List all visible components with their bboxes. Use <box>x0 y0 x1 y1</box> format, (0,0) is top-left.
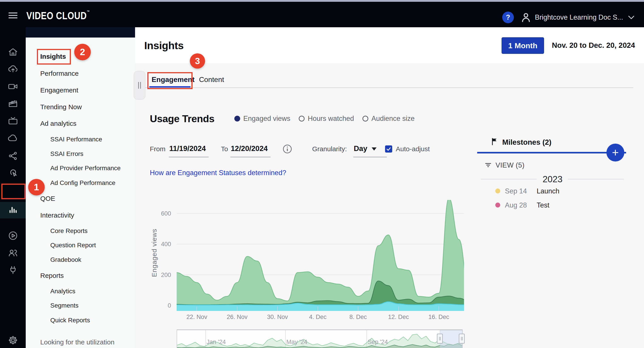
year-line <box>568 179 624 179</box>
sidebar-item-segments[interactable]: Segments <box>50 301 78 310</box>
sidebar-item-ad-analytics[interactable]: Ad analytics <box>40 119 76 128</box>
rail-item-media[interactable] <box>0 96 26 112</box>
play-circle-icon <box>8 230 18 242</box>
usage-trends-chart[interactable] <box>177 200 464 312</box>
checkmark-icon <box>386 146 391 152</box>
x-tick-label: 22. Nov <box>183 314 210 321</box>
hamburger-menu-icon[interactable] <box>8 12 18 19</box>
navigator-label: Sep '24 <box>368 339 388 346</box>
dropdown-caret-icon[interactable] <box>372 148 376 151</box>
sidebar-item-trending-now[interactable]: Trending Now <box>40 103 82 111</box>
sidebar-item-core-reports[interactable]: Core Reports <box>50 226 88 235</box>
sidebar-item-question-report[interactable]: Question Report <box>50 241 96 250</box>
info-icon[interactable] <box>282 144 292 155</box>
rail-item-camera[interactable] <box>0 79 26 95</box>
x-tick-label: 12. Dec <box>385 314 412 321</box>
metric-radio-group: Engaged views Hours watched Audience siz… <box>234 113 414 124</box>
milestone-label[interactable]: Launch <box>537 187 560 195</box>
navigator-label: Jan '24 <box>206 339 226 346</box>
sidebar-item-performance[interactable]: Performance <box>40 69 79 78</box>
navigator-label: May '24 <box>286 339 308 346</box>
sidebar-item-gradebook[interactable]: Gradebook <box>50 255 82 264</box>
auto-adjust-label: Auto-adjust <box>396 145 430 153</box>
rail-item-analytics[interactable] <box>0 202 26 218</box>
help-button[interactable]: ? <box>502 12 514 23</box>
sidebar-item-engagement[interactable]: Engagement <box>40 86 78 95</box>
y-tick-label: 400 <box>148 241 171 248</box>
sidebar-item-ssai-performance[interactable]: SSAI Performance <box>50 135 102 144</box>
sidebar-item-analytics[interactable]: Analytics <box>50 287 75 296</box>
rail-item-player[interactable] <box>0 228 26 244</box>
auto-adjust-checkbox[interactable] <box>385 145 392 153</box>
sidebar-item-ssai-errors[interactable]: SSAI Errors <box>50 150 84 158</box>
clapperboard-icon <box>8 98 18 110</box>
app-window: VIDEO CLOUD™ ? Brightcove Learning Doc S… <box>0 0 644 348</box>
sidebar-item-ad-config-performance[interactable]: Ad Config Performance <box>50 178 116 187</box>
y-tick-label: 0 <box>148 302 171 309</box>
user-icon <box>520 11 532 24</box>
footer-line: Looking for the utilization <box>40 338 128 347</box>
chevron-down-icon[interactable] <box>628 15 635 21</box>
share-icon <box>8 151 18 162</box>
tab-divider-line <box>145 87 633 88</box>
x-tick-label: 16. Dec <box>425 314 452 321</box>
from-label: From <box>150 145 166 153</box>
sidebar-item-ad-provider-performance[interactable]: Ad Provider Performance <box>50 164 120 173</box>
annotation-box-analytics <box>1 183 26 199</box>
tab-content[interactable]: Content <box>199 75 224 84</box>
sidebar-item-insights[interactable]: Insights <box>40 52 66 61</box>
rail-item-integrations[interactable] <box>0 262 26 279</box>
radio-selected-icon <box>234 116 240 122</box>
sidebar-item-reports[interactable]: Reports <box>40 271 64 280</box>
rail-item-upload[interactable] <box>0 61 26 78</box>
radio-label: Hours watched <box>308 115 354 123</box>
engagement-statuses-link[interactable]: How are Engagement Statuses determined? <box>150 169 286 177</box>
cloud-icon <box>8 133 18 145</box>
add-milestone-button[interactable]: + <box>606 144 624 162</box>
to-underline <box>230 157 270 157</box>
plug-icon <box>8 265 18 276</box>
gear-icon <box>8 335 18 347</box>
annotation-step-2: 2 <box>74 44 91 60</box>
milestone-view-toggle[interactable]: VIEW (5) <box>496 161 524 169</box>
account-menu[interactable]: Brightcove Learning Doc S... <box>535 13 623 21</box>
annotation-step-1: 1 <box>28 179 45 195</box>
radio-label: Audience size <box>372 115 414 123</box>
filter-icon <box>484 161 492 170</box>
from-date-input[interactable]: 11/19/2024 <box>169 144 206 153</box>
navigator-left-handle[interactable] <box>437 334 443 344</box>
navigator-right-handle[interactable] <box>459 334 465 344</box>
to-date-input[interactable]: 12/20/2024 <box>231 144 268 153</box>
annotation-step-3: 3 <box>190 53 205 69</box>
year-line <box>481 179 537 179</box>
date-range-text: Nov. 20 to Dec. 20, 2024 <box>552 41 635 50</box>
rail-item-interactivity[interactable] <box>0 166 26 182</box>
granularity-select[interactable]: Day <box>354 144 368 153</box>
sidebar-item-interactivity[interactable]: Interactivity <box>40 211 74 220</box>
top-header-bar: VIDEO CLOUD™ ? Brightcove Learning Doc S… <box>0 2 644 27</box>
date-range-button[interactable]: 1 Month <box>502 37 544 54</box>
rail-item-settings[interactable] <box>0 332 26 348</box>
sidebar-item-qoe[interactable]: QOE <box>40 194 55 203</box>
to-label: To <box>221 145 228 153</box>
milestone-label[interactable]: Test <box>537 201 550 209</box>
sidebar-item-quick-reports[interactable]: Quick Reports <box>50 316 90 325</box>
radio-unselected-icon <box>299 116 304 122</box>
footer-line: report? <box>40 347 128 348</box>
from-underline <box>169 157 209 157</box>
radio-audience-size[interactable]: Audience size <box>362 115 414 123</box>
radio-engaged-views[interactable]: Engaged views <box>234 115 290 123</box>
rail-item-audience[interactable] <box>0 245 26 262</box>
granularity-underline <box>353 157 387 157</box>
milestone-year: 2023 <box>538 174 567 184</box>
top-strip <box>0 0 644 2</box>
rail-item-share[interactable] <box>0 148 26 165</box>
rail-item-home[interactable] <box>0 44 26 61</box>
radio-label: Engaged views <box>243 115 290 123</box>
radio-hours-watched[interactable]: Hours watched <box>299 115 354 123</box>
milestone-date: Aug 28 <box>505 201 527 209</box>
y-tick-label: 200 <box>148 272 171 279</box>
rail-item-cloud[interactable] <box>0 131 26 147</box>
sidebar-collapse-handle[interactable] <box>134 71 145 100</box>
rail-item-tv[interactable] <box>0 113 26 130</box>
